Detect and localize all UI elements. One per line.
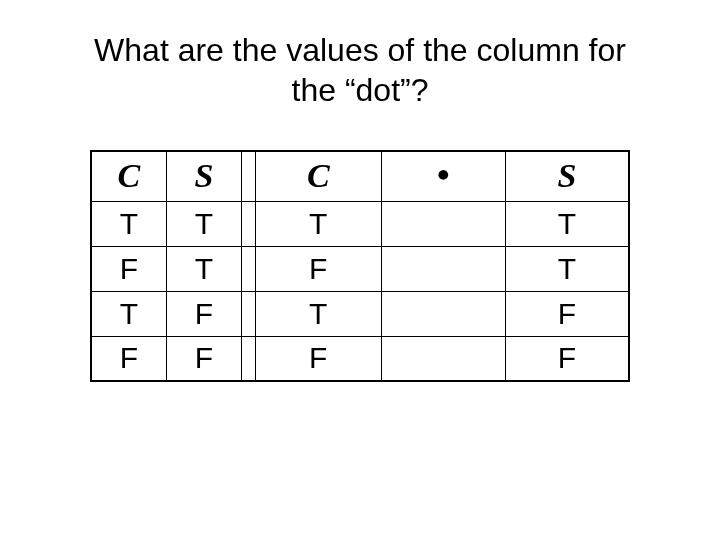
cell-dot — [381, 246, 505, 291]
truth-table: C S C • S T T T T F T F — [90, 150, 630, 382]
cell-c: F — [255, 246, 381, 291]
cell-c: T — [255, 291, 381, 336]
cell-s: T — [505, 201, 629, 246]
cell-s: T — [166, 246, 241, 291]
dot-icon: • — [437, 155, 450, 195]
cell-dot — [381, 291, 505, 336]
table-row: F T F T — [91, 246, 629, 291]
col-header-s-right: S — [505, 151, 629, 201]
cell-gap — [242, 291, 255, 336]
cell-s: T — [505, 246, 629, 291]
cell-c: F — [255, 336, 381, 381]
table-row: T F T F — [91, 291, 629, 336]
col-header-s-left: S — [166, 151, 241, 201]
cell-gap — [242, 201, 255, 246]
cell-dot — [381, 201, 505, 246]
cell-c: F — [91, 336, 166, 381]
cell-c: T — [91, 201, 166, 246]
cell-c: T — [255, 201, 381, 246]
page-title: What are the values of the column for th… — [0, 30, 720, 110]
cell-s: F — [166, 336, 241, 381]
cell-c: T — [91, 291, 166, 336]
cell-gap — [242, 246, 255, 291]
cell-s: F — [505, 336, 629, 381]
cell-s: F — [166, 291, 241, 336]
table-header-row: C S C • S — [91, 151, 629, 201]
col-header-gap — [242, 151, 255, 201]
cell-dot — [381, 336, 505, 381]
cell-s: F — [505, 291, 629, 336]
col-header-c-left: C — [91, 151, 166, 201]
cell-s: T — [166, 201, 241, 246]
cell-gap — [242, 336, 255, 381]
table-row: T T T T — [91, 201, 629, 246]
cell-c: F — [91, 246, 166, 291]
col-header-dot: • — [381, 151, 505, 201]
col-header-c-right: C — [255, 151, 381, 201]
truth-table-container: C S C • S T T T T F T F — [90, 150, 630, 382]
table-row: F F F F — [91, 336, 629, 381]
